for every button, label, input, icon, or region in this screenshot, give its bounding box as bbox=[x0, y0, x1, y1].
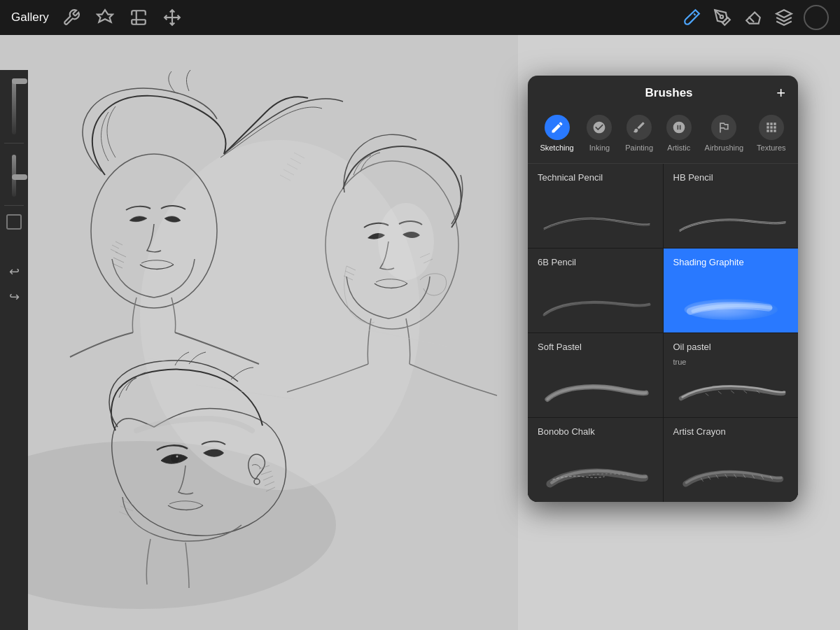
inking-label: Inking bbox=[589, 144, 610, 152]
stroke-oil-pastel bbox=[673, 374, 789, 409]
stroke-bonobo-chalk bbox=[538, 458, 653, 493]
svg-point-18 bbox=[176, 456, 178, 458]
artistic-label: Artistic bbox=[667, 144, 690, 152]
stroke-soft-pastel bbox=[538, 374, 653, 409]
eraser-tool-icon[interactable] bbox=[742, 6, 764, 29]
tab-painting[interactable]: Painting bbox=[620, 112, 659, 155]
painting-label: Painting bbox=[625, 144, 653, 152]
airbrushing-label: Airbrushing bbox=[705, 144, 744, 152]
tab-artistic[interactable]: Artistic bbox=[661, 112, 697, 155]
category-tabs: Sketching Inking Painting bbox=[528, 108, 798, 164]
size-slider-thumb[interactable] bbox=[12, 174, 27, 180]
brushes-panel: Brushes + Sketching I bbox=[528, 76, 798, 502]
opacity-slider[interactable] bbox=[12, 78, 16, 134]
sketching-label: Sketching bbox=[540, 144, 573, 152]
stroke-shading-graphite bbox=[673, 289, 789, 324]
brush-6b-pencil[interactable]: 6B Pencil bbox=[528, 248, 663, 332]
tab-inking[interactable]: Inking bbox=[581, 112, 617, 155]
brush-shading-graphite[interactable]: Shading Graphite bbox=[664, 248, 799, 332]
brush-tool-icon[interactable] bbox=[680, 6, 703, 29]
brush-technical-pencil[interactable]: Technical Pencil bbox=[528, 164, 663, 248]
panel-header: Brushes + bbox=[528, 76, 798, 108]
selection-icon[interactable] bbox=[127, 6, 150, 29]
textures-label: Textures bbox=[757, 144, 786, 152]
undo-button[interactable]: ↩ bbox=[4, 262, 24, 281]
color-picker[interactable] bbox=[804, 5, 829, 30]
brush-bonobo-chalk[interactable]: Bonobo Chalk bbox=[528, 418, 663, 502]
add-brush-button[interactable]: + bbox=[776, 85, 785, 101]
opacity-slider-thumb[interactable] bbox=[12, 78, 27, 84]
toolbar: Gallery bbox=[0, 0, 840, 35]
sidebar-divider-2 bbox=[4, 205, 24, 206]
sidebar-divider-1 bbox=[4, 143, 24, 144]
stroke-hb-pencil bbox=[673, 204, 789, 239]
panel-title: Brushes bbox=[561, 86, 776, 100]
stroke-technical-pencil bbox=[538, 204, 653, 239]
svg-point-17 bbox=[171, 454, 179, 463]
adjustments-icon[interactable] bbox=[94, 6, 116, 29]
textures-icon bbox=[759, 115, 784, 140]
toolbar-left: Gallery bbox=[11, 6, 680, 29]
svg-line-44 bbox=[743, 391, 747, 393]
size-slider[interactable] bbox=[12, 155, 16, 197]
painting-icon bbox=[626, 115, 652, 140]
sketch-artwork bbox=[0, 35, 518, 630]
gallery-button[interactable]: Gallery bbox=[11, 10, 49, 24]
brush-soft-pastel[interactable]: Soft Pastel bbox=[528, 333, 663, 417]
canvas-area: ↩ ↪ Brushes + Sketching bbox=[0, 35, 840, 630]
brush-hb-pencil[interactable]: HB Pencil bbox=[664, 164, 799, 248]
svg-point-6 bbox=[140, 140, 420, 490]
color-square[interactable] bbox=[6, 214, 22, 230]
left-sidebar: ↩ ↪ bbox=[0, 70, 28, 630]
pen-tool-icon[interactable] bbox=[711, 6, 734, 29]
brush-artist-crayon[interactable]: Artist Crayon bbox=[664, 418, 799, 502]
brush-grid: Technical Pencil HB Pencil bbox=[528, 164, 798, 502]
layers-icon[interactable] bbox=[773, 6, 795, 29]
inking-icon bbox=[587, 115, 612, 140]
transform-icon[interactable] bbox=[161, 6, 183, 29]
stroke-artist-crayon bbox=[673, 458, 789, 493]
svg-line-41 bbox=[705, 393, 708, 396]
brush-oil-pastel[interactable]: Oil pastel true bbox=[664, 333, 799, 417]
tab-sketching[interactable]: Sketching bbox=[534, 112, 579, 155]
svg-point-2 bbox=[720, 15, 723, 18]
svg-point-33 bbox=[378, 203, 434, 280]
tab-airbrushing[interactable]: Airbrushing bbox=[699, 112, 750, 155]
wrench-icon[interactable] bbox=[60, 6, 83, 29]
toolbar-right bbox=[680, 5, 829, 30]
tab-textures[interactable]: Textures bbox=[751, 112, 792, 155]
stroke-6b-pencil bbox=[538, 289, 653, 324]
svg-marker-3 bbox=[776, 10, 792, 18]
svg-line-43 bbox=[731, 391, 734, 393]
sketching-icon bbox=[545, 115, 570, 140]
redo-button[interactable]: ↪ bbox=[4, 287, 24, 307]
svg-line-42 bbox=[718, 391, 721, 394]
artistic-icon bbox=[666, 115, 692, 140]
airbrushing-icon bbox=[711, 115, 736, 140]
